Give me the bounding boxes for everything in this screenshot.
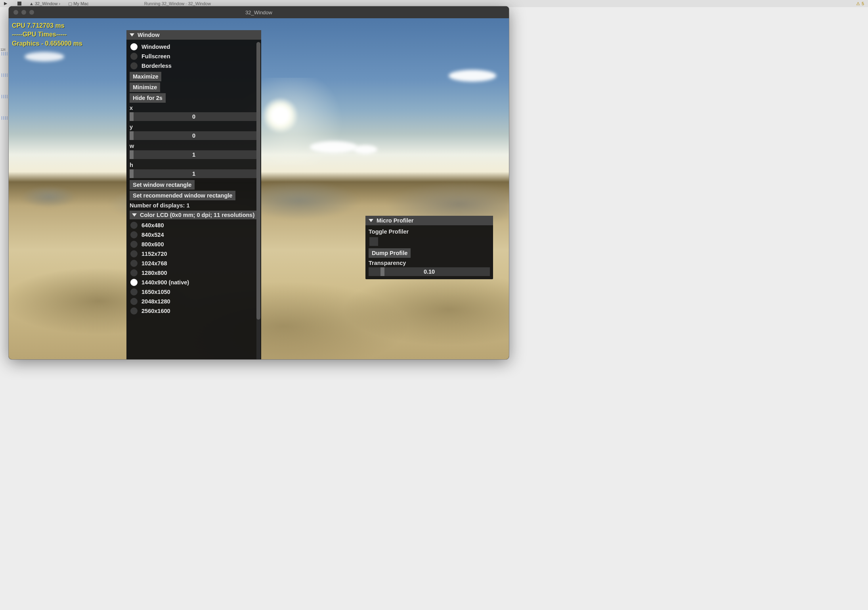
window-mode-1[interactable]: Fullscreen [130,52,258,61]
window-mode-label: Borderless [141,63,172,69]
radio-icon [130,222,138,229]
display-header[interactable]: Color LCD (0x0 mm; 0 dpi; 11 resolutions… [130,211,258,219]
scrollbar-thumb[interactable] [256,42,260,320]
window-title: 32_Window [9,10,509,15]
slider-y[interactable]: 0 [130,131,258,140]
resolution-label: 2048x1280 [141,298,170,305]
radio-icon [130,241,138,248]
panel-profiler-header[interactable]: Micro Profiler [365,216,493,225]
window-mode-label: Windowed [141,44,170,50]
play-icon[interactable]: ▶ [4,1,10,6]
label-w: w [130,142,258,149]
panel-window-settings[interactable]: Window WindowedFullscreenBorderless Maxi… [126,30,261,359]
resolution-5[interactable]: 1280x800 [130,268,258,278]
radio-icon [130,43,138,50]
perf-overlay: CPU 7.712703 ms -----GPU Times----- Grap… [12,21,82,48]
radio-icon [130,62,138,69]
hide-button[interactable]: Hide for 2s [130,93,166,103]
resolution-label: 640x480 [141,222,164,228]
resolution-9[interactable]: 2560x1600 [130,306,258,316]
resolution-4[interactable]: 1024x768 [130,259,258,268]
set-window-rect-button[interactable]: Set window rectangle [130,180,195,190]
resolution-label: 1440x900 (native) [141,279,189,286]
radio-icon [130,231,138,238]
window-mode-0[interactable]: Windowed [130,42,258,52]
resolution-label: 2560x1600 [141,308,170,314]
slider-x[interactable]: 0 [130,112,258,121]
app-window: 32_Window CPU 7.712703 ms -----GPU Times… [9,6,509,359]
resolution-3[interactable]: 1152x720 [130,249,258,259]
transparency-slider[interactable]: 0.10 [369,267,490,276]
label-x: x [130,104,258,111]
viewport-3d[interactable]: CPU 7.712703 ms -----GPU Times----- Grap… [9,18,509,359]
resolution-0[interactable]: 640x480 [130,221,258,230]
breadcrumb-scheme[interactable]: ▲ 32_Window › [29,1,60,6]
resolution-label: 800x600 [141,241,164,247]
breadcrumb-device[interactable]: ▢ My Mac [68,1,89,6]
slider-h[interactable]: 1 [130,169,258,178]
radio-icon [130,279,138,286]
resolution-6[interactable]: 1440x900 (native) [130,278,258,287]
set-recommended-rect-button[interactable]: Set recommended window rectangle [130,191,235,200]
resolution-8[interactable]: 2048x1280 [130,297,258,306]
resolution-2[interactable]: 800x600 [130,240,258,249]
ide-status: Running 32_Window · 32_Window [144,1,211,6]
displays-count: Number of displays: 1 [130,201,258,209]
window-mode-2[interactable]: Borderless [130,61,258,71]
window-mode-label: Fullscreen [141,53,170,59]
toggle-profiler-label: Toggle Profiler [369,228,490,235]
panel-window-title: Window [138,32,159,38]
scrollbar[interactable] [256,42,260,359]
panel-window-header[interactable]: Window [126,30,261,40]
radio-icon [130,260,138,267]
minimize-button[interactable]: Minimize [130,82,160,92]
dump-profile-button[interactable]: Dump Profile [369,248,411,258]
label-y: y [130,123,258,130]
caret-down-icon [132,213,137,217]
radio-icon [130,269,138,276]
resolution-label: 1280x800 [141,270,167,276]
radio-icon [130,298,138,305]
resolution-label: 1152x720 [141,251,167,257]
maximize-button[interactable]: Maximize [130,72,161,81]
warning-badge[interactable]: ⚠ 5 [856,1,864,6]
stop-icon[interactable] [17,2,21,6]
resolution-label: 1024x768 [141,260,167,267]
resolution-label: 840x524 [141,232,164,238]
radio-icon [130,288,138,295]
sun [262,98,298,133]
label-h: h [130,161,258,168]
radio-icon [130,53,138,60]
radio-icon [130,307,138,315]
resolution-label: 1650x1050 [141,289,170,295]
resolution-7[interactable]: 1650x1050 [130,287,258,297]
transparency-label: Transparency [369,259,490,266]
panel-micro-profiler[interactable]: Micro Profiler Toggle Profiler Dump Prof… [365,216,493,279]
toggle-profiler-checkbox[interactable] [369,237,378,246]
titlebar[interactable]: 32_Window [9,6,509,18]
panel-profiler-title: Micro Profiler [377,217,413,224]
caret-down-icon [130,33,134,36]
resolution-1[interactable]: 840x524 [130,230,258,240]
radio-icon [130,250,138,257]
caret-down-icon [369,219,373,222]
slider-w[interactable]: 1 [130,150,258,159]
